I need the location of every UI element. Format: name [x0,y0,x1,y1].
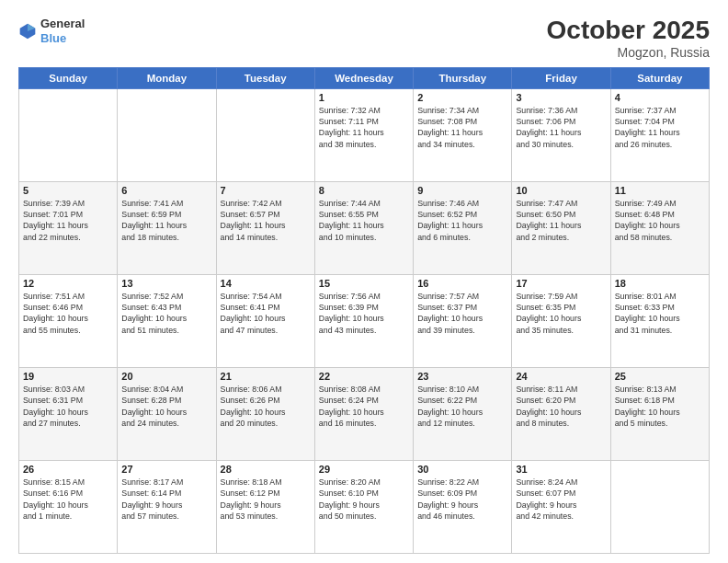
day-info: Sunrise: 8:11 AM Sunset: 6:20 PM Dayligh… [516,384,606,429]
calendar-cell: 26Sunrise: 8:15 AM Sunset: 6:16 PM Dayli… [19,460,118,553]
calendar-cell: 1Sunrise: 7:32 AM Sunset: 7:11 PM Daylig… [314,88,413,181]
calendar-cell: 30Sunrise: 8:22 AM Sunset: 6:09 PM Dayli… [414,460,512,553]
day-number: 4 [615,92,705,103]
calendar-cell: 19Sunrise: 8:03 AM Sunset: 6:31 PM Dayli… [19,367,118,460]
day-number: 6 [121,185,211,196]
calendar-cell: 10Sunrise: 7:47 AM Sunset: 6:50 PM Dayli… [512,181,610,274]
day-info: Sunrise: 7:46 AM Sunset: 6:52 PM Dayligh… [417,198,507,243]
calendar-header-thursday: Thursday [414,67,512,88]
calendar-cell: 14Sunrise: 7:54 AM Sunset: 6:41 PM Dayli… [216,274,314,367]
day-info: Sunrise: 8:22 AM Sunset: 6:09 PM Dayligh… [417,477,507,522]
day-number: 25 [615,371,705,382]
calendar-week-3: 12Sunrise: 7:51 AM Sunset: 6:46 PM Dayli… [19,274,710,367]
header: General Blue October 2025 Mogzon, Russia [18,17,710,60]
calendar-cell [118,88,216,181]
calendar-cell: 18Sunrise: 8:01 AM Sunset: 6:33 PM Dayli… [610,274,709,367]
day-info: Sunrise: 8:01 AM Sunset: 6:33 PM Dayligh… [615,291,705,336]
logo-line1: General [40,17,85,31]
calendar-cell: 8Sunrise: 7:44 AM Sunset: 6:55 PM Daylig… [314,181,413,274]
day-number: 7 [221,185,311,196]
calendar-header-monday: Monday [118,67,216,88]
calendar-cell: 23Sunrise: 8:10 AM Sunset: 6:22 PM Dayli… [414,367,512,460]
calendar-week-5: 26Sunrise: 8:15 AM Sunset: 6:16 PM Dayli… [19,460,710,553]
day-number: 5 [23,185,113,196]
calendar-table: SundayMondayTuesdayWednesdayThursdayFrid… [18,67,710,554]
calendar-cell: 24Sunrise: 8:11 AM Sunset: 6:20 PM Dayli… [512,367,610,460]
day-number: 1 [319,92,409,103]
calendar-cell: 15Sunrise: 7:56 AM Sunset: 6:39 PM Dayli… [314,274,413,367]
day-info: Sunrise: 8:15 AM Sunset: 6:16 PM Dayligh… [23,477,113,522]
day-number: 29 [319,464,409,475]
calendar-cell [19,88,118,181]
logo-text: General Blue [40,17,85,45]
day-number: 13 [121,278,211,289]
calendar-cell [216,88,314,181]
calendar-cell: 17Sunrise: 7:59 AM Sunset: 6:35 PM Dayli… [512,274,610,367]
calendar-cell: 31Sunrise: 8:24 AM Sunset: 6:07 PM Dayli… [512,460,610,553]
day-info: Sunrise: 8:13 AM Sunset: 6:18 PM Dayligh… [615,384,705,429]
day-number: 11 [615,185,705,196]
logo: General Blue [18,17,85,45]
calendar-cell: 2Sunrise: 7:34 AM Sunset: 7:08 PM Daylig… [414,88,512,181]
day-number: 17 [516,278,606,289]
title-block: October 2025 Mogzon, Russia [547,17,710,60]
day-number: 24 [516,371,606,382]
calendar-header-tuesday: Tuesday [216,67,314,88]
calendar-header-saturday: Saturday [610,67,709,88]
calendar-cell: 29Sunrise: 8:20 AM Sunset: 6:10 PM Dayli… [314,460,413,553]
day-number: 30 [417,464,507,475]
day-number: 2 [417,92,507,103]
day-number: 12 [23,278,113,289]
day-info: Sunrise: 7:52 AM Sunset: 6:43 PM Dayligh… [121,291,211,336]
calendar-cell: 21Sunrise: 8:06 AM Sunset: 6:26 PM Dayli… [216,367,314,460]
day-number: 27 [121,464,211,475]
calendar-week-2: 5Sunrise: 7:39 AM Sunset: 7:01 PM Daylig… [19,181,710,274]
calendar-cell: 28Sunrise: 8:18 AM Sunset: 6:12 PM Dayli… [216,460,314,553]
day-number: 16 [417,278,507,289]
day-number: 15 [319,278,409,289]
day-number: 20 [121,371,211,382]
calendar-cell: 7Sunrise: 7:42 AM Sunset: 6:57 PM Daylig… [216,181,314,274]
day-info: Sunrise: 8:10 AM Sunset: 6:22 PM Dayligh… [417,384,507,429]
calendar-header-friday: Friday [512,67,610,88]
day-number: 14 [221,278,311,289]
day-info: Sunrise: 7:49 AM Sunset: 6:48 PM Dayligh… [615,198,705,243]
day-info: Sunrise: 8:08 AM Sunset: 6:24 PM Dayligh… [319,384,409,429]
day-info: Sunrise: 8:20 AM Sunset: 6:10 PM Dayligh… [319,477,409,522]
day-info: Sunrise: 7:37 AM Sunset: 7:04 PM Dayligh… [615,105,705,150]
day-info: Sunrise: 7:36 AM Sunset: 7:06 PM Dayligh… [516,105,606,150]
day-info: Sunrise: 7:59 AM Sunset: 6:35 PM Dayligh… [516,291,606,336]
calendar-week-1: 1Sunrise: 7:32 AM Sunset: 7:11 PM Daylig… [19,88,710,181]
calendar-cell: 3Sunrise: 7:36 AM Sunset: 7:06 PM Daylig… [512,88,610,181]
calendar-cell: 4Sunrise: 7:37 AM Sunset: 7:04 PM Daylig… [610,88,709,181]
day-info: Sunrise: 8:17 AM Sunset: 6:14 PM Dayligh… [121,477,211,522]
logo-line2: Blue [40,31,85,46]
page-title: October 2025 [547,17,710,45]
logo-icon [18,22,37,40]
day-info: Sunrise: 8:06 AM Sunset: 6:26 PM Dayligh… [221,384,311,429]
calendar-cell: 11Sunrise: 7:49 AM Sunset: 6:48 PM Dayli… [610,181,709,274]
day-info: Sunrise: 7:56 AM Sunset: 6:39 PM Dayligh… [319,291,409,336]
day-info: Sunrise: 7:57 AM Sunset: 6:37 PM Dayligh… [417,291,507,336]
calendar-week-4: 19Sunrise: 8:03 AM Sunset: 6:31 PM Dayli… [19,367,710,460]
calendar-cell: 5Sunrise: 7:39 AM Sunset: 7:01 PM Daylig… [19,181,118,274]
day-info: Sunrise: 8:18 AM Sunset: 6:12 PM Dayligh… [221,477,311,522]
page: General Blue October 2025 Mogzon, Russia… [0,0,728,563]
day-number: 18 [615,278,705,289]
calendar-cell: 12Sunrise: 7:51 AM Sunset: 6:46 PM Dayli… [19,274,118,367]
day-info: Sunrise: 7:44 AM Sunset: 6:55 PM Dayligh… [319,198,409,243]
day-number: 8 [319,185,409,196]
page-subtitle: Mogzon, Russia [547,45,710,60]
day-number: 10 [516,185,606,196]
calendar-cell: 27Sunrise: 8:17 AM Sunset: 6:14 PM Dayli… [118,460,216,553]
day-info: Sunrise: 8:24 AM Sunset: 6:07 PM Dayligh… [516,477,606,522]
day-number: 19 [23,371,113,382]
calendar-cell: 13Sunrise: 7:52 AM Sunset: 6:43 PM Dayli… [118,274,216,367]
calendar-header-wednesday: Wednesday [314,67,413,88]
day-number: 31 [516,464,606,475]
calendar-cell: 22Sunrise: 8:08 AM Sunset: 6:24 PM Dayli… [314,367,413,460]
day-number: 28 [221,464,311,475]
day-info: Sunrise: 7:54 AM Sunset: 6:41 PM Dayligh… [221,291,311,336]
day-info: Sunrise: 7:41 AM Sunset: 6:59 PM Dayligh… [121,198,211,243]
calendar-cell: 6Sunrise: 7:41 AM Sunset: 6:59 PM Daylig… [118,181,216,274]
